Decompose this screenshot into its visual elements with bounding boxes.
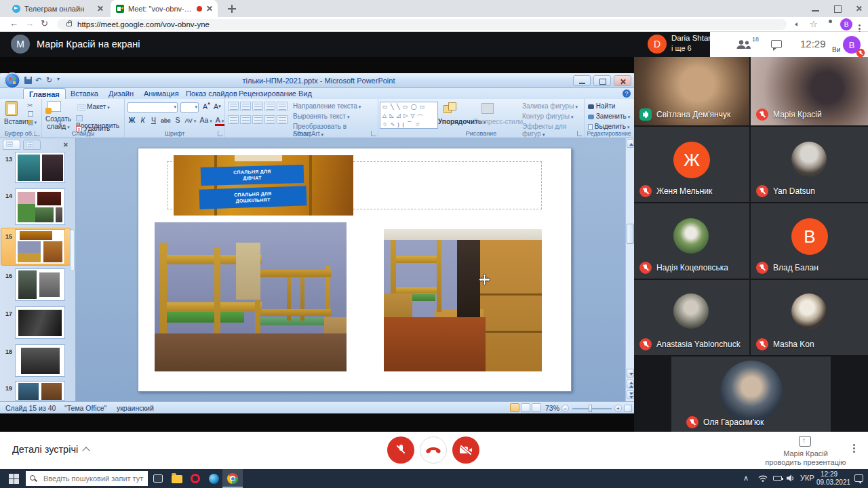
participant-tile-anastasia[interactable]: Anastasia Yablonchuck: [634, 280, 749, 355]
bookmark-star-icon[interactable]: ☆: [810, 19, 818, 29]
video-tile-mariia[interactable]: Марія Красій: [751, 57, 868, 125]
tab-design[interactable]: Дизайн: [103, 88, 139, 99]
zoom-slider-thumb[interactable]: [589, 405, 592, 412]
fit-to-window-icon[interactable]: [625, 405, 632, 412]
font-name-combo[interactable]: [127, 102, 178, 113]
photo-girls-room[interactable]: [155, 222, 347, 371]
slide-scrollbar[interactable]: [625, 138, 634, 401]
select-button[interactable]: Выделить: [588, 123, 629, 130]
thumb-scrollbar[interactable]: [70, 229, 75, 271]
opera-icon[interactable]: [191, 474, 200, 483]
undo-icon[interactable]: ↶: [35, 76, 41, 85]
tab-close-icon[interactable]: [206, 5, 212, 12]
copy-icon[interactable]: [28, 111, 33, 117]
align-right-icon[interactable]: [252, 115, 263, 124]
chat-icon[interactable]: [771, 40, 782, 48]
font-color-button[interactable]: А: [215, 116, 225, 126]
url-text[interactable]: https://meet.google.com/vov-obnv-yne: [77, 20, 210, 28]
align-left-icon[interactable]: [228, 115, 239, 124]
next-slide-button[interactable]: [627, 390, 634, 399]
bullets-icon[interactable]: [228, 102, 239, 110]
replace-button[interactable]: Заменить: [588, 113, 630, 120]
format-painter-icon[interactable]: [28, 120, 33, 125]
shape-fill-button[interactable]: Заливка фигуры: [522, 102, 578, 110]
reload-icon[interactable]: ↻: [41, 18, 48, 28]
photo-door-signs[interactable]: СПАЛЬНЯ ДЛЯДІВЧАТ СПАЛЬНЯ ДЛЯДОШКІЛЬНЯТ: [174, 155, 353, 216]
action-center-icon[interactable]: [854, 474, 863, 482]
back-icon[interactable]: ←: [9, 18, 18, 28]
char-spacing-button[interactable]: AV: [184, 117, 197, 124]
forward-icon[interactable]: →: [25, 18, 34, 28]
office-button-icon[interactable]: [4, 73, 20, 89]
paste-icon[interactable]: [5, 101, 18, 116]
underline-button[interactable]: Ч: [149, 116, 158, 124]
justify-icon[interactable]: [264, 115, 275, 124]
slide-canvas[interactable]: СПАЛЬНЯ ДЛЯДІВЧАТ СПАЛЬНЯ ДЛЯДОШКІЛЬНЯТ: [138, 148, 572, 392]
change-case-button[interactable]: Aa: [199, 116, 212, 124]
chrome-icon[interactable]: [227, 473, 238, 484]
browser-profile-avatar[interactable]: B: [840, 18, 852, 30]
leave-call-button[interactable]: [420, 436, 447, 464]
align-center-icon[interactable]: [240, 115, 251, 124]
save-icon[interactable]: [24, 77, 32, 84]
slide-thumb-16[interactable]: [15, 268, 65, 301]
tab-close-icon[interactable]: [97, 5, 103, 12]
taskbar-clock[interactable]: 12:29: [821, 470, 837, 478]
outline-tab[interactable]: [23, 140, 41, 150]
find-button[interactable]: Найти: [588, 102, 615, 110]
participant-tile-olia[interactable]: Оля Гарасим'юк: [671, 357, 831, 432]
italic-button[interactable]: К: [138, 116, 147, 124]
tab-animation[interactable]: Анимация: [138, 88, 184, 99]
participants-preview-avatar[interactable]: D: [648, 35, 667, 54]
previous-slide-button[interactable]: [627, 380, 634, 388]
clipboard-dialog-launcher[interactable]: [35, 131, 40, 136]
paragraph-dialog-launcher[interactable]: [371, 131, 376, 136]
participant-tile-yan[interactable]: Yan Datsun: [751, 127, 868, 202]
tab-view[interactable]: Вид: [293, 88, 317, 99]
numbering-icon[interactable]: [240, 102, 251, 110]
scroll-up-icon[interactable]: [627, 139, 634, 148]
tab-insert[interactable]: Вставка: [65, 88, 104, 99]
shadow-button[interactable]: S: [174, 116, 182, 124]
indent-increase-icon[interactable]: [264, 102, 275, 110]
more-options-icon[interactable]: [853, 447, 855, 449]
presentation-icon[interactable]: [799, 436, 811, 447]
window-minimize-icon[interactable]: [812, 5, 820, 12]
tab-meet[interactable]: Meet: "vov-obnv-yne": [111, 0, 218, 17]
file-explorer-icon[interactable]: [172, 475, 182, 483]
mic-toggle-button[interactable]: [387, 436, 414, 464]
help-icon[interactable]: ?: [623, 89, 631, 98]
slide-thumb-18[interactable]: [15, 344, 65, 377]
layout-button[interactable]: Макет: [76, 102, 110, 112]
wifi-icon[interactable]: [758, 474, 768, 483]
tab-home[interactable]: Главная: [23, 88, 66, 99]
font-dialog-launcher[interactable]: [218, 131, 223, 136]
align-text-button[interactable]: Выровнять текст: [293, 113, 349, 120]
zoom-in-icon[interactable]: +: [614, 405, 622, 412]
tab-review[interactable]: Рецензирование: [233, 88, 302, 99]
slides-tab[interactable]: [3, 140, 20, 150]
language-indicator[interactable]: украинский: [117, 404, 154, 412]
start-button-icon[interactable]: [9, 474, 19, 484]
slide-thumb-19[interactable]: [15, 381, 65, 401]
slide-sorter-view-button[interactable]: [521, 403, 530, 412]
browser-menu-icon[interactable]: [859, 28, 861, 30]
quick-styles-button[interactable]: Экспресс-стили: [473, 118, 523, 125]
indent-decrease-icon[interactable]: [252, 102, 263, 110]
zoom-out-icon[interactable]: −: [561, 405, 569, 412]
window-close-icon[interactable]: [856, 5, 862, 12]
camera-toggle-button[interactable]: [452, 436, 479, 464]
participant-tile-vlad[interactable]: В Влад Балан: [751, 203, 868, 279]
drawing-dialog-launcher[interactable]: [577, 131, 583, 136]
speaker-icon[interactable]: [787, 474, 795, 482]
task-view-icon[interactable]: [153, 474, 163, 483]
line-spacing-icon[interactable]: [277, 102, 288, 110]
new-tab-button[interactable]: [228, 5, 236, 13]
columns-icon[interactable]: [277, 115, 288, 124]
zoom-level[interactable]: 73%: [545, 404, 559, 412]
slideshow-view-button[interactable]: [532, 403, 541, 412]
scroll-down-icon[interactable]: [627, 369, 634, 378]
slide-thumb-14[interactable]: [15, 188, 65, 225]
text-direction-button[interactable]: Направление текста: [293, 102, 361, 110]
new-slide-button[interactable]: Создать слайд: [43, 115, 73, 130]
